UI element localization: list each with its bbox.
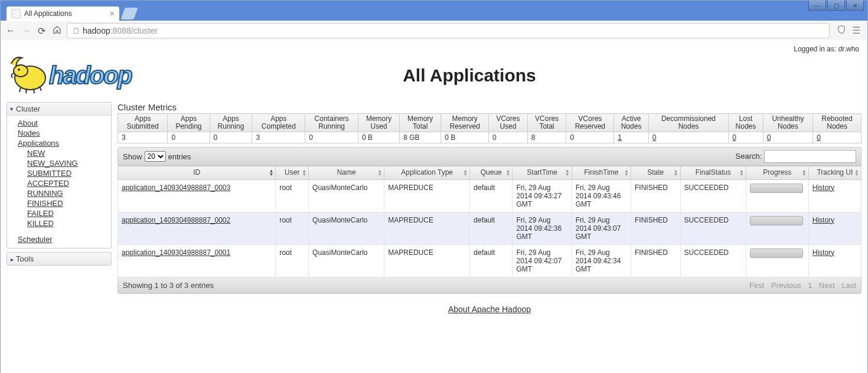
- shield-icon[interactable]: [837, 25, 846, 37]
- search-input[interactable]: [764, 150, 856, 163]
- column-header[interactable]: StartTime▲▼: [513, 166, 572, 179]
- reload-button[interactable]: ⟳: [36, 25, 47, 37]
- app-id-link[interactable]: application_1409304988887_0003: [122, 184, 230, 192]
- metrics-cell: 0: [305, 132, 358, 143]
- sidebar-state-new[interactable]: NEW: [7, 148, 111, 158]
- cell-type: MAPREDUCE: [384, 244, 470, 277]
- tracking-link[interactable]: History: [812, 216, 834, 224]
- cell-finish: Fri, 29 Aug 2014 09:43:46 GMT: [572, 179, 631, 212]
- sidebar-app-states: NEWNEW_SAVINGSUBMITTEDACCEPTEDRUNNINGFIN…: [7, 148, 111, 228]
- sidebar-state-accepted[interactable]: ACCEPTED: [7, 178, 111, 188]
- hadoop-logo[interactable]: hadoop: [6, 53, 184, 97]
- svg-point-2: [18, 68, 20, 71]
- metrics-header: ActiveNodes: [614, 114, 649, 132]
- cell-start: Fri, 29 Aug 2014 09:43:27 GMT: [513, 179, 572, 212]
- tracking-link[interactable]: History: [812, 248, 834, 257]
- column-header[interactable]: Queue▲▼: [470, 166, 513, 179]
- svg-point-1: [14, 65, 28, 77]
- app-id-link[interactable]: application_1409304988887_0001: [122, 248, 230, 257]
- metrics-link[interactable]: 0: [732, 133, 736, 142]
- column-header[interactable]: State▲▼: [631, 166, 680, 179]
- sidebar-state-killed[interactable]: KILLED: [7, 218, 111, 228]
- cell-final: SUCCEEDED: [680, 244, 746, 277]
- sidebar-cluster-panel: Cluster About Nodes Applications NEWNEW_…: [6, 102, 112, 248]
- applications-table: ID▲▼User▲▼Name▲▼Application Type▲▼Queue▲…: [118, 166, 862, 277]
- app-id-link[interactable]: application_1409304988887_0002: [122, 216, 230, 224]
- sidebar: Cluster About Nodes Applications NEWNEW_…: [6, 102, 112, 314]
- cell-final: SUCCEEDED: [680, 212, 746, 244]
- metrics-header: AppsSubmitted: [118, 114, 168, 132]
- sidebar-link-nodes[interactable]: Nodes: [7, 128, 111, 138]
- menu-icon[interactable]: ☰: [852, 25, 860, 37]
- tab-bar: All Applications ×: [1, 6, 867, 21]
- sidebar-state-new_saving[interactable]: NEW_SAVING: [7, 158, 111, 168]
- metrics-cell: 3: [118, 132, 168, 143]
- metrics-link[interactable]: 0: [817, 133, 821, 142]
- metrics-cell: 0 B: [441, 132, 489, 143]
- home-button[interactable]: [51, 25, 62, 37]
- metrics-header: AppsCompleted: [252, 114, 305, 132]
- cell-progress: [746, 244, 808, 277]
- metrics-cell: 0: [566, 132, 614, 143]
- maximize-button[interactable]: ▢: [827, 1, 845, 11]
- datatable-info: Showing 1 to 3 of 3 entries: [123, 281, 214, 290]
- sidebar-tools-header[interactable]: Tools: [6, 252, 112, 266]
- minimize-button[interactable]: —: [808, 1, 826, 11]
- tracking-link[interactable]: History: [812, 184, 834, 192]
- column-header[interactable]: Progress▲▼: [746, 166, 808, 179]
- cell-queue: default: [470, 244, 513, 277]
- metrics-link[interactable]: 0: [767, 133, 771, 142]
- column-header[interactable]: ID▲▼: [118, 166, 276, 179]
- browser-tab[interactable]: All Applications ×: [6, 6, 119, 21]
- progress-bar: [750, 184, 803, 193]
- show-entries-select[interactable]: 20: [145, 151, 166, 162]
- sidebar-state-submitted[interactable]: SUBMITTED: [7, 168, 111, 178]
- metrics-cell: 0: [648, 132, 728, 143]
- url-path: :8088/cluster: [110, 26, 158, 35]
- cell-name: QuasiMonteCarlo: [309, 244, 384, 277]
- address-bar[interactable]: 🗋 hadoop:8088/cluster: [67, 23, 830, 38]
- browser-toolbar: ← → ⟳ 🗋 hadoop:8088/cluster ☰: [1, 21, 867, 40]
- table-row: application_1409304988887_0001rootQuasiM…: [118, 244, 862, 277]
- cell-state: FINISHED: [631, 244, 680, 277]
- pager-next[interactable]: Next: [819, 281, 835, 290]
- table-row: application_1409304988887_0002rootQuasiM…: [118, 212, 862, 244]
- metrics-link[interactable]: 1: [618, 133, 622, 142]
- about-hadoop-link[interactable]: About Apache Hadoop: [448, 305, 531, 314]
- column-header[interactable]: FinalStatus▲▼: [680, 166, 746, 179]
- forward-button[interactable]: →: [21, 25, 31, 36]
- column-header[interactable]: Tracking UI▲▼: [808, 166, 861, 179]
- sidebar-link-about[interactable]: About: [7, 118, 111, 128]
- column-header[interactable]: FinishTime▲▼: [572, 166, 631, 179]
- column-header[interactable]: User▲▼: [276, 166, 309, 179]
- metrics-header: DecommissionedNodes: [648, 114, 728, 132]
- cell-user: root: [276, 212, 309, 244]
- cell-progress: [746, 179, 808, 212]
- metrics-header: LostNodes: [729, 114, 763, 132]
- sidebar-link-scheduler[interactable]: Scheduler: [7, 234, 111, 244]
- pager-first[interactable]: First: [749, 281, 764, 290]
- page-title: All Applications: [184, 66, 755, 86]
- new-tab-button[interactable]: [120, 8, 138, 19]
- sidebar-link-applications[interactable]: Applications: [7, 138, 111, 148]
- pager-current[interactable]: 1: [808, 281, 812, 290]
- cell-queue: default: [470, 179, 513, 212]
- pager-prev[interactable]: Previous: [771, 281, 801, 290]
- sidebar-cluster-header[interactable]: Cluster: [7, 103, 111, 116]
- metrics-link[interactable]: 0: [652, 133, 657, 142]
- close-window-button[interactable]: ✕: [846, 1, 864, 11]
- metrics-header: ContainersRunning: [305, 114, 358, 132]
- back-button[interactable]: ←: [5, 25, 16, 36]
- cell-user: root: [276, 179, 309, 212]
- cell-id: application_1409304988887_0001: [118, 244, 276, 277]
- cell-finish: Fri, 29 Aug 2014 09:42:34 GMT: [572, 244, 631, 277]
- metrics-cell: 8: [527, 132, 566, 143]
- tab-close-icon[interactable]: ×: [110, 9, 115, 18]
- column-header[interactable]: Application Type▲▼: [384, 166, 470, 179]
- cell-state: FINISHED: [631, 179, 680, 212]
- sidebar-state-running[interactable]: RUNNING: [7, 188, 111, 198]
- pager-last[interactable]: Last: [841, 281, 856, 290]
- column-header[interactable]: Name▲▼: [309, 166, 384, 179]
- sidebar-state-finished[interactable]: FINISHED: [7, 198, 111, 208]
- sidebar-state-failed[interactable]: FAILED: [7, 208, 111, 218]
